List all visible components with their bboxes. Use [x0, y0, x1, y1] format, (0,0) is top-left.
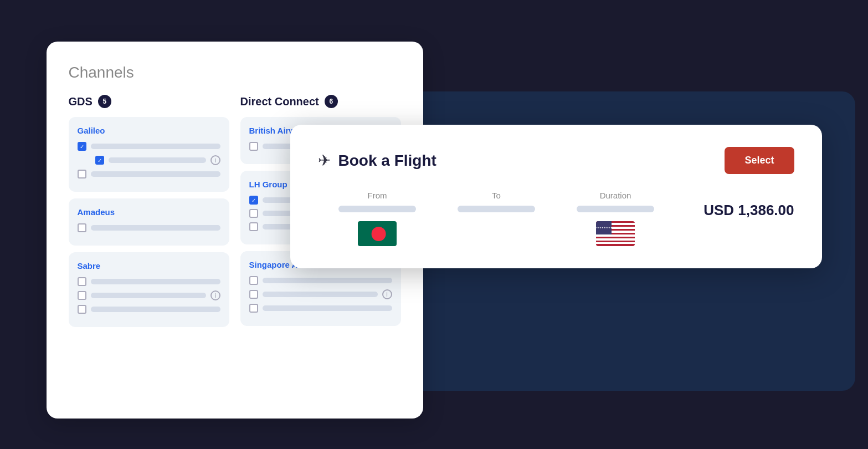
galileo-bar-3: [91, 171, 220, 177]
flight-header: ✈ Book a Flight Select: [318, 147, 794, 174]
to-column: To: [437, 191, 556, 246]
amadeus-name: Amadeus: [78, 207, 220, 217]
galileo-bar-2: [109, 157, 206, 163]
sabre-card: Sabre i: [69, 252, 229, 327]
gds-header: GDS 5: [69, 95, 229, 108]
galileo-bar-1: [91, 144, 220, 149]
sabre-checkbox-3[interactable]: [78, 305, 86, 314]
amadeus-checkbox-1[interactable]: [78, 223, 86, 232]
sa-bar-2: [263, 292, 378, 297]
stripe-13: [596, 244, 635, 246]
sabre-bar-1: [91, 279, 220, 284]
us-canton: ★★★★★★★★★★★★★★★★★★★★★★★★★★★★★★★★★★★★★★★★…: [596, 221, 612, 234]
sa-row-2: i: [249, 289, 392, 299]
sabre-bar-3: [91, 307, 220, 312]
sa-info-icon[interactable]: i: [382, 289, 392, 299]
flight-title: Book a Flight: [338, 152, 436, 170]
sabre-checkbox-2[interactable]: [78, 291, 86, 300]
select-button[interactable]: Select: [725, 147, 794, 174]
to-flag-us: ★★★★★★★★★★★★★★★★★★★★★★★★★★★★★★★★★★★★★★★★…: [596, 221, 635, 246]
gds-column: GDS 5 Galileo i: [69, 95, 229, 334]
sabre-row-1: [78, 277, 220, 286]
gds-title: GDS: [69, 95, 93, 108]
duration-column: Duration: [556, 191, 675, 246]
to-flag-placeholder: [477, 221, 516, 246]
lh-checkbox-1[interactable]: [249, 196, 258, 205]
lh-checkbox-3[interactable]: [249, 222, 258, 231]
galileo-checkbox-1[interactable]: [78, 142, 86, 151]
galileo-row-1: [78, 142, 220, 151]
dc-header: Direct Connect 6: [240, 95, 401, 108]
sabre-info-icon[interactable]: i: [210, 290, 220, 300]
gds-count: 5: [98, 95, 111, 108]
amadeus-bar-1: [91, 225, 220, 231]
price-column: USD 1,386.00: [675, 191, 794, 219]
galileo-name: Galileo: [78, 126, 220, 135]
lh-checkbox-2[interactable]: [249, 209, 258, 218]
from-bar: [338, 206, 416, 212]
duration-bar: [577, 206, 654, 212]
galileo-info-icon[interactable]: i: [210, 155, 220, 165]
from-label: From: [368, 191, 387, 200]
sa-checkbox-2[interactable]: [249, 290, 258, 299]
to-label: To: [492, 191, 501, 200]
flight-title-group: ✈ Book a Flight: [318, 151, 436, 170]
sa-row-1: [249, 276, 392, 285]
sabre-row-3: [78, 305, 220, 314]
plane-icon: ✈: [318, 151, 331, 170]
dc-title: Direct Connect: [240, 95, 319, 108]
to-bar: [458, 206, 535, 212]
from-column: From: [318, 191, 437, 246]
channels-title: Channels: [69, 64, 401, 81]
flight-price: USD 1,386.00: [703, 202, 794, 219]
sabre-row-2: i: [78, 290, 220, 300]
sabre-bar-2: [91, 293, 206, 298]
sabre-name: Sabre: [78, 261, 220, 271]
dc-count: 6: [325, 95, 338, 108]
galileo-row-3: [78, 170, 220, 178]
amadeus-row-1: [78, 223, 220, 232]
from-flag-bangladesh: [358, 221, 397, 246]
amadeus-card: Amadeus: [69, 198, 229, 246]
sa-checkbox-3[interactable]: [249, 304, 258, 313]
sa-bar-1: [263, 278, 392, 283]
galileo-checkbox-2[interactable]: [95, 156, 104, 165]
ba-checkbox-1[interactable]: [249, 142, 258, 151]
galileo-card: Galileo i: [69, 117, 229, 192]
galileo-row-2: i: [78, 155, 220, 165]
sa-row-3: [249, 304, 392, 313]
sa-bar-3: [263, 305, 392, 311]
flight-card: ✈ Book a Flight Select From To Duration: [290, 125, 822, 268]
sa-checkbox-1[interactable]: [249, 276, 258, 285]
sabre-checkbox-1[interactable]: [78, 277, 86, 286]
galileo-checkbox-3[interactable]: [78, 170, 86, 178]
us-star: ★★★★★★★★★★★★★★★★★★★★★★★★★★★★★★★★★★★★★★★★…: [596, 227, 635, 229]
duration-label: Duration: [600, 191, 631, 200]
